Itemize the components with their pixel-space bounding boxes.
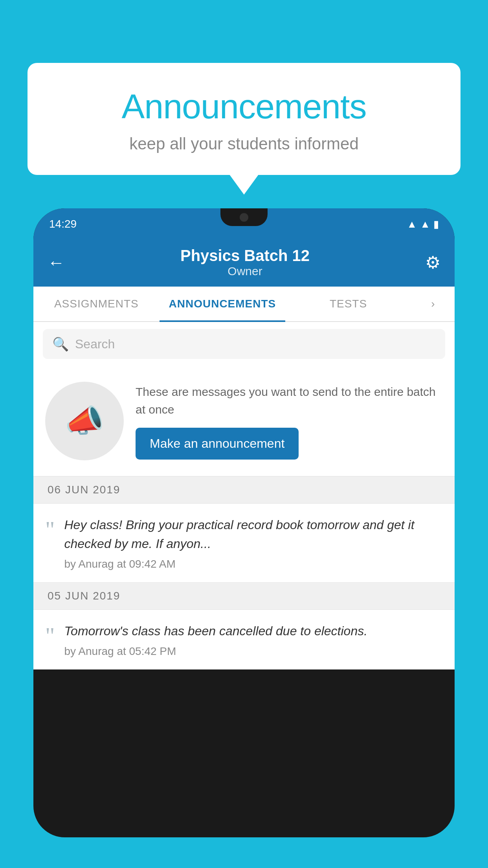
wifi-icon: ▲ [407, 218, 417, 230]
announcement-prompt-text: These are messages you want to send to t… [136, 383, 443, 418]
speech-bubble: Announcements keep all your students inf… [28, 63, 460, 175]
signal-icon: ▲ [420, 218, 430, 230]
bubble-title: Announcements [47, 86, 441, 127]
bubble-subtitle: keep all your students informed [47, 134, 441, 153]
announcement-meta-1: by Anurag at 09:42 AM [64, 558, 443, 570]
phone-content: 🔍 Search 📣 These are messages you want t… [33, 322, 455, 669]
tabs-more-button[interactable]: › [411, 287, 455, 321]
back-button[interactable]: ← [48, 253, 65, 272]
tab-tests[interactable]: TESTS [285, 287, 411, 321]
app-bar-title-group: Physics Batch 12 Owner [180, 247, 310, 278]
speech-bubble-section: Announcements keep all your students inf… [28, 63, 460, 175]
app-bar-subtitle: Owner [180, 265, 310, 278]
quote-icon-1: " [45, 518, 55, 541]
search-icon: 🔍 [52, 336, 69, 352]
phone-device: 14:29 ▲ ▲ ▮ ← Physics Batch 12 Owner ⚙ A… [33, 208, 455, 837]
announcement-prompt-section: 📣 These are messages you want to send to… [33, 366, 455, 476]
app-bar-title: Physics Batch 12 [180, 247, 310, 265]
announcement-meta-2: by Anurag at 05:42 PM [64, 645, 443, 658]
search-input-container[interactable]: 🔍 Search [43, 329, 445, 359]
phone-container: 14:29 ▲ ▲ ▮ ← Physics Batch 12 Owner ⚙ A… [33, 208, 455, 868]
announcement-item-1: " Hey class! Bring your practical record… [33, 504, 455, 583]
app-bar: ← Physics Batch 12 Owner ⚙ [33, 240, 455, 287]
announcement-icon-circle: 📣 [45, 382, 124, 460]
date-separator-1: 06 JUN 2019 [33, 476, 455, 504]
battery-icon: ▮ [433, 218, 439, 230]
camera-icon [240, 213, 248, 222]
gear-icon[interactable]: ⚙ [425, 252, 440, 272]
status-icons: ▲ ▲ ▮ [407, 218, 439, 230]
announcement-text-2: Tomorrow's class has been cancelled due … [64, 622, 443, 640]
make-announcement-button[interactable]: Make an announcement [136, 428, 299, 460]
search-input[interactable]: Search [75, 337, 115, 351]
announcement-prompt-right: These are messages you want to send to t… [136, 383, 443, 460]
announcement-item-2: " Tomorrow's class has been cancelled du… [33, 610, 455, 669]
tabs-container: ASSIGNMENTS ANNOUNCEMENTS TESTS › [33, 287, 455, 322]
announcement-content-2: Tomorrow's class has been cancelled due … [64, 622, 443, 658]
announcement-content-1: Hey class! Bring your practical record b… [64, 515, 443, 570]
announcement-text-1: Hey class! Bring your practical record b… [64, 515, 443, 553]
tab-assignments[interactable]: ASSIGNMENTS [33, 287, 160, 321]
status-bar: 14:29 ▲ ▲ ▮ [33, 208, 455, 240]
status-time: 14:29 [49, 218, 77, 230]
tab-announcements[interactable]: ANNOUNCEMENTS [160, 287, 286, 321]
phone-notch [220, 208, 268, 226]
date-separator-2: 05 JUN 2019 [33, 583, 455, 610]
quote-icon-2: " [45, 624, 55, 647]
megaphone-icon: 📣 [65, 403, 104, 440]
search-bar: 🔍 Search [33, 322, 455, 366]
